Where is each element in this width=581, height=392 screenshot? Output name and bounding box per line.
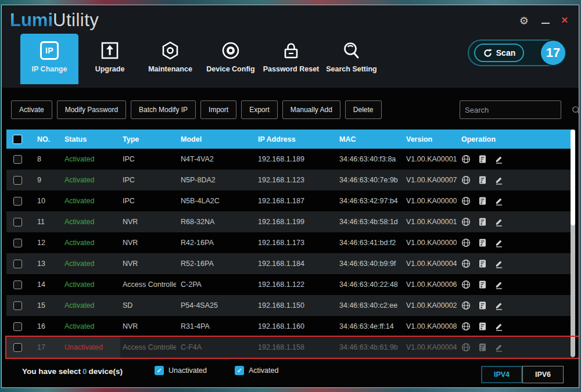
select-all-checkbox[interactable] bbox=[13, 135, 22, 144]
web-icon[interactable] bbox=[461, 196, 471, 206]
tab-device-config[interactable]: Device Config bbox=[202, 34, 260, 84]
row-checkbox[interactable] bbox=[13, 176, 22, 185]
web-icon[interactable] bbox=[461, 238, 471, 247]
toolbar-button-delete[interactable]: Delete bbox=[345, 100, 382, 119]
web-icon[interactable] bbox=[461, 322, 471, 331]
row-checkbox[interactable] bbox=[13, 239, 22, 247]
checkbox-checked-icon[interactable] bbox=[155, 366, 164, 375]
row-checkbox[interactable] bbox=[13, 218, 22, 226]
ipv4-button[interactable]: IPV4 bbox=[481, 366, 522, 383]
table-row[interactable]: 10 Activated IPC N5B-4LA2C 192.168.1.187… bbox=[6, 190, 573, 211]
toolbar-button-batch-modify-ip[interactable]: Batch Modify IP bbox=[131, 100, 196, 119]
tab-ip-change[interactable]: IP IP Change bbox=[20, 34, 78, 84]
web-icon[interactable] bbox=[461, 301, 471, 310]
details-icon[interactable] bbox=[478, 280, 487, 289]
tab-search-setting[interactable]: Search Setting bbox=[322, 34, 381, 84]
row-checkbox[interactable] bbox=[13, 260, 22, 268]
scan-button[interactable]: Scan bbox=[474, 44, 524, 62]
details-icon[interactable] bbox=[478, 322, 487, 331]
cell-model: R31-4PA bbox=[181, 322, 210, 330]
cell-mac: 34:46:63:4e:ff:14 bbox=[339, 322, 394, 330]
cell-no: 16 bbox=[37, 322, 45, 330]
details-icon[interactable] bbox=[478, 343, 487, 352]
details-icon[interactable] bbox=[478, 301, 487, 310]
web-icon[interactable] bbox=[461, 217, 471, 226]
col-ip-address[interactable]: IP Address bbox=[253, 135, 335, 143]
tab-password-reset[interactable]: Password Reset bbox=[262, 34, 320, 84]
details-icon[interactable] bbox=[478, 196, 487, 206]
table-row[interactable]: 15 Activated SD P54-4SA25 192.168.1.150 … bbox=[6, 295, 573, 316]
web-icon[interactable] bbox=[461, 280, 471, 289]
tab-label: Upgrade bbox=[95, 65, 125, 73]
table-row[interactable]: 14 Activated Access Controller C-2PA 192… bbox=[6, 274, 573, 295]
row-checkbox[interactable] bbox=[13, 197, 22, 206]
toolbar-button-manually-add[interactable]: Manually Add bbox=[282, 100, 340, 119]
checkbox-checked-icon[interactable] bbox=[235, 366, 244, 375]
col-mac[interactable]: MAC bbox=[335, 135, 401, 143]
cell-type: Access Controller bbox=[123, 343, 176, 351]
cell-ip-address: 192.168.1.187 bbox=[258, 197, 304, 205]
edit-icon[interactable] bbox=[494, 238, 504, 247]
edit-icon[interactable] bbox=[494, 259, 504, 268]
web-icon[interactable] bbox=[461, 154, 471, 164]
cell-type: IPC bbox=[123, 176, 135, 184]
status-badge: Activated bbox=[64, 301, 94, 310]
toolbar-button-export[interactable]: Export bbox=[241, 100, 278, 119]
cell-no: 15 bbox=[37, 301, 45, 310]
col-operation[interactable]: Operation bbox=[457, 135, 573, 143]
scrollbar-track[interactable] bbox=[571, 130, 575, 357]
edit-icon[interactable] bbox=[494, 343, 504, 352]
col-version[interactable]: Version bbox=[401, 135, 457, 143]
edit-icon[interactable] bbox=[494, 301, 504, 310]
table-row[interactable]: 11 Activated NVR R68-32NA 192.168.1.199 … bbox=[6, 211, 573, 232]
edit-icon[interactable] bbox=[494, 322, 504, 331]
col-no[interactable]: NO. bbox=[33, 135, 60, 143]
edit-icon[interactable] bbox=[494, 217, 504, 226]
toolbar-button-modify-password[interactable]: Modify Password bbox=[57, 100, 126, 119]
row-checkbox[interactable] bbox=[13, 155, 22, 164]
edit-icon[interactable] bbox=[494, 280, 504, 289]
minimize-icon[interactable] bbox=[541, 23, 550, 24]
row-checkbox[interactable] bbox=[13, 343, 22, 352]
col-status[interactable]: Status bbox=[60, 135, 118, 143]
ipv6-button[interactable]: IPV6 bbox=[522, 366, 564, 383]
edit-icon[interactable] bbox=[494, 196, 504, 206]
tab-upgrade[interactable]: Upgrade bbox=[81, 34, 139, 84]
cell-ip-address: 192.168.1.189 bbox=[258, 155, 304, 163]
tab-maintenance[interactable]: Maintenance bbox=[141, 34, 199, 84]
search-icon[interactable] bbox=[572, 106, 579, 114]
tab-label: Device Config bbox=[206, 65, 254, 73]
details-icon[interactable] bbox=[478, 259, 487, 268]
table-row[interactable]: 13 Activated NVR R52-16PA 192.168.1.184 … bbox=[6, 253, 573, 274]
col-model[interactable]: Model bbox=[176, 135, 253, 143]
details-icon[interactable] bbox=[478, 217, 487, 226]
filter-unactivated[interactable]: Unactivated bbox=[155, 366, 207, 375]
table-row[interactable]: 17 Unactivated Access Controller C-F4A 1… bbox=[6, 337, 573, 358]
gear-icon[interactable]: ⚙ bbox=[519, 15, 529, 27]
edit-icon[interactable] bbox=[494, 175, 504, 185]
table-row[interactable]: 8 Activated IPC N4T-4VA2 192.168.1.189 3… bbox=[6, 149, 573, 170]
row-checkbox[interactable] bbox=[13, 301, 22, 310]
cell-version: V1.00.KA00004.R bbox=[406, 260, 457, 268]
row-checkbox[interactable] bbox=[13, 322, 22, 331]
details-icon[interactable] bbox=[478, 154, 487, 164]
close-icon[interactable]: ✕ bbox=[561, 15, 568, 26]
filter-activated[interactable]: Activated bbox=[235, 366, 278, 375]
table-row[interactable]: 16 Activated NVR R31-4PA 192.168.1.160 3… bbox=[6, 316, 573, 337]
toolbar-button-activate[interactable]: Activate bbox=[11, 100, 52, 119]
table-row[interactable]: 12 Activated NVR R42-16PA 192.168.1.173 … bbox=[6, 232, 573, 253]
details-icon[interactable] bbox=[478, 175, 487, 185]
web-icon[interactable] bbox=[461, 175, 471, 185]
row-checkbox[interactable] bbox=[13, 280, 22, 289]
col-type[interactable]: Type bbox=[118, 135, 176, 143]
table-row[interactable]: 9 Activated IPC N5P-8DA2 192.168.1.123 3… bbox=[6, 170, 573, 190]
edit-icon[interactable] bbox=[494, 154, 504, 164]
web-icon[interactable] bbox=[461, 259, 471, 268]
toolbar-button-import[interactable]: Import bbox=[200, 100, 236, 119]
search-input[interactable] bbox=[460, 106, 572, 114]
operation-cell bbox=[457, 175, 573, 185]
device-count-badge: 17 bbox=[540, 39, 566, 66]
scrollbar-thumb[interactable] bbox=[571, 130, 575, 225]
web-icon[interactable] bbox=[461, 343, 471, 352]
details-icon[interactable] bbox=[478, 238, 487, 247]
